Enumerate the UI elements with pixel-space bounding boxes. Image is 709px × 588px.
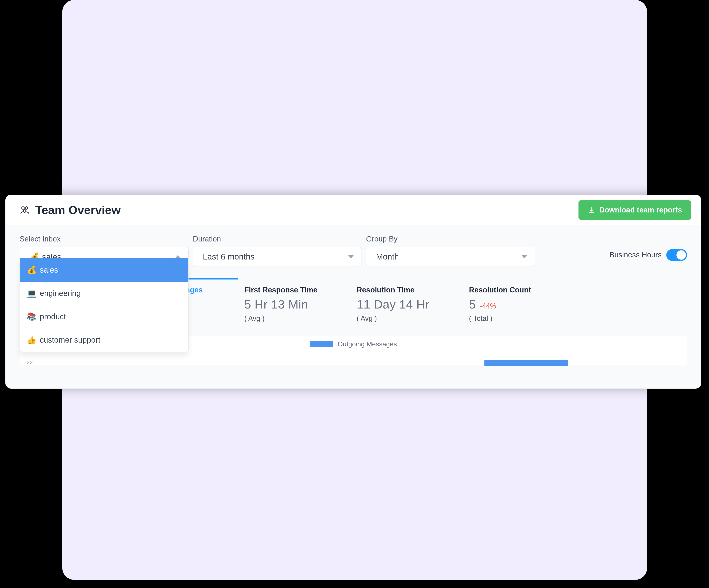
duration-value: Last 6 months (203, 252, 255, 261)
toggle-knob (677, 250, 686, 260)
svg-point-1 (25, 207, 28, 209)
filter-group-by: Group By Month (366, 235, 535, 267)
inbox-option-sales[interactable]: 💰 sales (20, 258, 188, 282)
select-inbox-label: Select Inbox (20, 235, 188, 243)
download-icon (587, 206, 595, 214)
metric-title: First Response Time (244, 286, 350, 294)
team-icon (20, 205, 30, 215)
inbox-option-icon: 💻 (27, 289, 37, 298)
inbox-option-icon: 📚 (27, 312, 37, 321)
metric-value: 11 Day 14 Hr (357, 297, 429, 311)
metric-card-resolution-time[interactable]: Resolution Time 11 Day 14 Hr ( Avg ) (357, 278, 462, 329)
metric-sub: ( Total ) (469, 314, 575, 323)
duration-label: Duration (193, 235, 362, 243)
download-button-label: Download team reports (599, 206, 682, 214)
group-by-label: Group By (366, 235, 535, 243)
inbox-option-label: sales (40, 265, 58, 274)
metric-value: 5 (469, 297, 476, 311)
panel-header-left: Team Overview (20, 203, 121, 217)
team-overview-panel: Team Overview Download team reports Sele… (5, 195, 701, 389)
filter-duration: Duration Last 6 months (193, 235, 362, 267)
chevron-down-icon (522, 255, 527, 258)
group-by-dropdown[interactable]: Month (366, 247, 535, 267)
legend-swatch (310, 341, 333, 347)
metric-card-empty (581, 278, 687, 329)
metric-sub: ( Avg ) (244, 314, 350, 323)
inbox-option-icon: 👍 (27, 335, 37, 344)
inbox-option-label: customer support (40, 336, 100, 344)
metric-sub: ( Avg ) (357, 314, 462, 323)
metric-title: Resolution Count (469, 286, 575, 294)
inbox-option-label: engineering (40, 289, 81, 298)
business-hours-control: Business Hours (609, 249, 687, 261)
page-title: Team Overview (35, 203, 121, 217)
metric-change: -44% (480, 302, 496, 310)
inbox-option-product[interactable]: 📚 product (20, 305, 188, 328)
metric-title: Resolution Time (357, 286, 462, 294)
inbox-option-engineering[interactable]: 💻 engineering (20, 282, 188, 305)
svg-point-0 (22, 207, 24, 209)
metric-card-first-response-time[interactable]: First Response Time 5 Hr 13 Min ( Avg ) (244, 278, 350, 329)
download-team-reports-button[interactable]: Download team reports (578, 200, 691, 220)
duration-dropdown[interactable]: Last 6 months (193, 247, 362, 267)
select-inbox-options: 💰 sales 💻 engineering 📚 product 👍 custom… (20, 258, 188, 352)
panel-header: Team Overview Download team reports (5, 195, 701, 225)
inbox-option-icon: 💰 (27, 265, 37, 275)
chevron-down-icon (348, 255, 354, 258)
svg-point-2 (24, 210, 26, 212)
inbox-option-customer-support[interactable]: 👍 customer support (20, 328, 188, 352)
business-hours-label: Business Hours (609, 251, 662, 259)
inbox-option-label: product (40, 312, 66, 321)
legend-label: Outgoing Messages (338, 340, 397, 348)
business-hours-toggle[interactable] (666, 249, 687, 261)
chart-y-tick: 22 (27, 359, 33, 366)
metric-value: 5 Hr 13 Min (244, 297, 308, 311)
chevron-up-icon (175, 255, 181, 258)
metric-card-resolution-count[interactable]: Resolution Count 5 -44% ( Total ) (469, 278, 575, 329)
chart-bar (484, 360, 568, 366)
group-by-value: Month (376, 252, 399, 261)
